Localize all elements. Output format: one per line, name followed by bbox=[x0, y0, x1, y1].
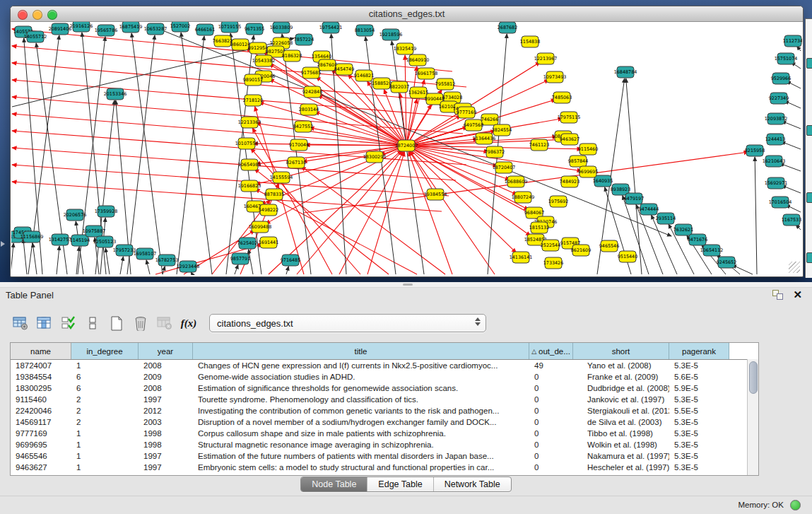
graph-node[interactable]: 9777169 bbox=[457, 107, 476, 118]
graph-node[interactable]: 2803144 bbox=[299, 104, 319, 115]
graph-node[interactable]: 17957233 bbox=[113, 245, 136, 256]
function-builder-icon[interactable]: f(x) bbox=[180, 314, 198, 332]
graph-node[interactable]: 7857224 bbox=[294, 34, 314, 45]
graph-node[interactable]: 8471676 bbox=[688, 234, 707, 245]
graph-node[interactable]: 746266 bbox=[481, 114, 498, 125]
select-rows-icon[interactable] bbox=[59, 314, 78, 332]
graph-node[interactable]: 1167533 bbox=[782, 214, 801, 226]
table-row[interactable]: 1830029562008Estimation of significance … bbox=[11, 382, 758, 394]
graph-node[interactable]: 21364436 bbox=[473, 133, 496, 144]
graph-node[interactable]: 20153346 bbox=[104, 88, 127, 100]
graph-node[interactable]: 1527002 bbox=[170, 22, 190, 32]
graph-node[interactable]: 1691441 bbox=[259, 237, 278, 248]
graph-node[interactable]: 2935114 bbox=[656, 213, 676, 224]
graph-node[interactable]: 8454749 bbox=[334, 64, 354, 75]
graph-node[interactable]: 9242848 bbox=[302, 86, 322, 98]
graph-node[interactable]: 18807249 bbox=[512, 192, 535, 203]
graph-node[interactable]: 8215958 bbox=[745, 145, 765, 156]
table-row[interactable]: 1456911722003Disruption of a novel membe… bbox=[11, 416, 758, 428]
graph-node[interactable]: 19384554 bbox=[424, 189, 447, 200]
graph-node[interactable]: 1733426 bbox=[543, 257, 563, 269]
table-row[interactable]: 969969511998Structural magnetic resonanc… bbox=[11, 439, 758, 450]
graph-node[interactable]: 14055712 bbox=[24, 31, 47, 42]
graph-node[interactable]: 1640935 bbox=[593, 175, 613, 187]
tab-node-table[interactable]: Node Table bbox=[301, 477, 367, 491]
graph-node[interactable]: 10688609 bbox=[505, 176, 528, 187]
graph-node[interactable]: 17016504 bbox=[769, 197, 792, 208]
graph-node[interactable]: 10973493 bbox=[543, 71, 567, 83]
graph-node[interactable]: 8822037 bbox=[389, 81, 409, 93]
graph-node[interactable]: 12213363 bbox=[238, 117, 261, 128]
graph-node[interactable]: 2687682 bbox=[498, 22, 517, 33]
graph-node[interactable]: 7461123 bbox=[529, 139, 549, 151]
graph-node[interactable]: 1815132 bbox=[529, 222, 549, 233]
graph-node[interactable]: 19166823 bbox=[238, 180, 261, 192]
show-columns-icon[interactable] bbox=[35, 314, 54, 332]
graph-node[interactable]: 2522544 bbox=[541, 240, 560, 251]
column-header-year[interactable]: year bbox=[139, 343, 193, 359]
float-panel-icon[interactable] bbox=[772, 290, 784, 300]
graph-node[interactable]: 10654112 bbox=[700, 245, 724, 256]
graph-node[interactable]: 18720407 bbox=[493, 162, 516, 173]
graph-node[interactable]: 16210643 bbox=[763, 156, 786, 167]
row-height-icon[interactable] bbox=[83, 314, 102, 332]
column-header-out_de[interactable]: △out_de... bbox=[529, 343, 573, 359]
graph-node[interactable]: 6497568 bbox=[464, 119, 483, 131]
graph-node[interactable]: 10107554 bbox=[235, 138, 259, 149]
graph-node[interactable]: 16099488 bbox=[249, 221, 272, 233]
citation-network-graph[interactable]: 1405571140557122089140621916126195657861… bbox=[11, 22, 802, 275]
graph-node[interactable]: 9245652 bbox=[717, 257, 736, 268]
graph-node[interactable]: 18640910 bbox=[406, 54, 430, 66]
column-header-in_degree[interactable]: in_degree bbox=[71, 343, 139, 359]
graph-node[interactable]: 9115460 bbox=[578, 144, 598, 155]
graph-node[interactable]: 1154838 bbox=[520, 36, 540, 47]
table-row[interactable]: 977716911998Corpus callosum shape and si… bbox=[11, 428, 758, 439]
graph-node[interactable]: 10654985 bbox=[238, 159, 261, 170]
column-header-short[interactable]: short bbox=[573, 343, 669, 359]
table-row[interactable]: 1872400712008Changes of HCN gene express… bbox=[11, 360, 758, 371]
graph-node[interactable]: 18325419 bbox=[394, 43, 417, 54]
graph-node[interactable]: 9857791 bbox=[230, 253, 250, 264]
graph-node[interactable]: 7485063 bbox=[552, 92, 572, 103]
graph-node[interactable]: 2718120 bbox=[243, 95, 263, 106]
graph-node[interactable]: 8427552 bbox=[293, 121, 313, 132]
graph-node[interactable]: 7625402 bbox=[237, 238, 257, 249]
graph-node[interactable]: 9890157 bbox=[243, 74, 263, 86]
graph-node[interactable]: 6466161 bbox=[195, 24, 215, 35]
table-settings-icon[interactable] bbox=[11, 314, 30, 332]
table-row[interactable]: 1938455462009Genome-wide association stu… bbox=[11, 371, 758, 382]
graph-node[interactable]: 14155594 bbox=[270, 172, 293, 183]
graph-node[interactable]: 10653287 bbox=[144, 23, 167, 35]
graph-node[interactable]: 9529966 bbox=[771, 73, 791, 84]
graph-node[interactable]: 19218596 bbox=[379, 29, 403, 40]
graph-node[interactable]: 18300295 bbox=[363, 151, 387, 163]
graph-node[interactable]: 5498222 bbox=[259, 204, 278, 216]
graph-node[interactable]: 9671355 bbox=[245, 23, 264, 35]
create-table-icon[interactable] bbox=[107, 314, 126, 332]
graph-node[interactable]: 20206576 bbox=[64, 209, 87, 221]
graph-node[interactable]: 19565786 bbox=[95, 25, 118, 36]
graph-node[interactable]: 19754421 bbox=[319, 22, 343, 33]
graph-node[interactable]: 8186328 bbox=[282, 50, 302, 62]
graph-node[interactable]: 15751074 bbox=[775, 53, 798, 64]
graph-node[interactable]: 9857844 bbox=[568, 156, 588, 167]
close-panel-icon[interactable]: ✕ bbox=[793, 288, 802, 301]
delete-table-icon[interactable] bbox=[131, 314, 150, 332]
graph-node[interactable]: 18724007 bbox=[395, 140, 418, 151]
graph-node[interactable]: 10719155 bbox=[218, 22, 242, 33]
graph-node[interactable]: 7632621 bbox=[673, 224, 693, 235]
table-row[interactable]: 946554611997Estimation of the future num… bbox=[11, 450, 758, 462]
graph-node[interactable]: 16875419 bbox=[119, 22, 143, 33]
graph-node[interactable]: 12923448 bbox=[177, 261, 200, 272]
graph-node[interactable]: 1112734 bbox=[783, 35, 802, 47]
tab-network-table[interactable]: Network Table bbox=[433, 477, 511, 491]
graph-node[interactable]: 1975692 bbox=[548, 196, 568, 207]
column-header-pagerank[interactable]: pagerank bbox=[669, 343, 729, 359]
scrollbar-thumb[interactable] bbox=[749, 361, 758, 394]
graph-node[interactable]: 10543382 bbox=[252, 55, 276, 66]
graph-node[interactable]: 9716485 bbox=[281, 255, 300, 266]
graph-node[interactable]: 16848784 bbox=[614, 66, 637, 78]
graph-node[interactable]: 6479197 bbox=[624, 193, 644, 204]
graph-node[interactable]: 16961758 bbox=[415, 68, 438, 79]
graph-node[interactable]: 17359928 bbox=[95, 206, 118, 217]
